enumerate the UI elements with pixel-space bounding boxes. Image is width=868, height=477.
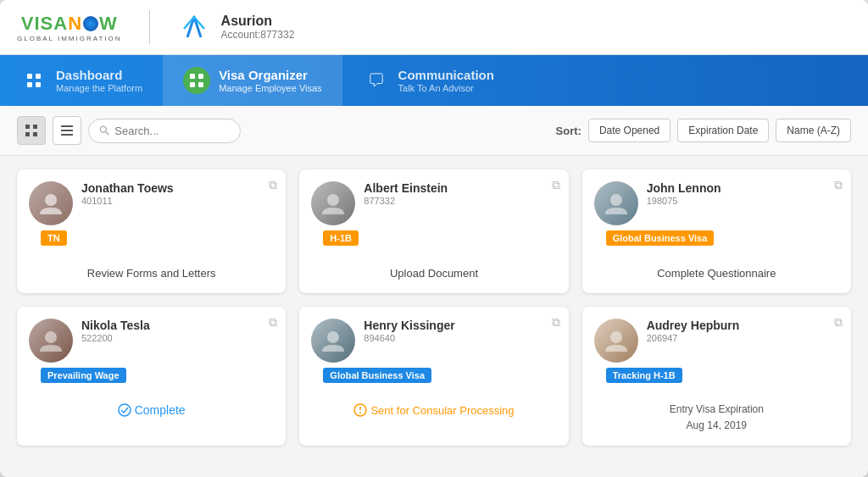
search-box (88, 119, 241, 143)
grid-view-icon (25, 124, 38, 137)
status-sent-henry-kissinger: Sent for Consular Processing (353, 403, 514, 417)
toolbar: Sort: Date Opened Expiration Date Name (… (0, 106, 868, 156)
svg-point-26 (610, 331, 622, 343)
svg-line-16 (106, 132, 109, 136)
nav-item-dashboard[interactable]: Dashboard Manage the Platform (0, 55, 163, 106)
complete-text: Complete (135, 403, 186, 417)
asurion-area: Asurion Account:877332 (177, 10, 295, 44)
dashboard-sub: Manage the Platform (56, 83, 142, 93)
logo-area: VISA N W GLOBAL IMMIGRATION Asurion Acco… (17, 10, 294, 44)
copy-icon-audrey-hepburn[interactable]: ⧉ (834, 315, 843, 330)
svg-point-17 (45, 194, 57, 206)
avatar-john-lennon (594, 181, 638, 225)
card-id-john-lennon: 198075 (647, 196, 839, 206)
card-name-jonathan-toews: Jonathan Toews (81, 181, 274, 195)
card-header-henry-kissinger: Henry Kissinger 894640 ⧉ (299, 307, 568, 363)
svg-rect-2 (27, 82, 32, 87)
svg-point-25 (359, 412, 361, 413)
visa-text: VISA (21, 13, 68, 35)
card-info-john-lennon: John Lennon 198075 (647, 181, 839, 206)
svg-rect-10 (25, 132, 30, 136)
svg-rect-6 (190, 82, 195, 87)
sent-icon (353, 403, 367, 417)
card-info-jonathan-toews: Jonathan Toews 401011 (81, 181, 274, 206)
expiry-audrey-hepburn: Entry Visa Expiration Aug 14, 2019 (670, 402, 764, 434)
card-id-jonathan-toews: 401011 (81, 196, 274, 206)
nav-bar: Dashboard Manage the Platform Visa Organ… (0, 55, 868, 106)
account-number: Account:877332 (221, 29, 295, 41)
card-info-albert-einstein: Albert Einstein 877332 (364, 181, 556, 206)
badge-albert-einstein: H-1B (323, 230, 359, 246)
card-henry-kissinger[interactable]: Henry Kissinger 894640 ⧉ Global Business… (299, 307, 568, 446)
card-name-nikola-tesla: Nikola Tesla (81, 319, 274, 332)
card-action-jonathan-toews: Review Forms and Letters (17, 256, 286, 293)
card-header-audrey-hepburn: Audrey Hepburn 206947 ⧉ (582, 307, 851, 363)
avatar-albert-einstein (311, 181, 355, 225)
card-audrey-hepburn[interactable]: Audrey Hepburn 206947 ⧉ Tracking H-1B En… (582, 307, 851, 446)
svg-rect-0 (27, 74, 32, 79)
svg-rect-13 (61, 130, 73, 131)
expiry-label: Entry Visa Expiration (670, 402, 764, 418)
card-action-henry-kissinger: Sent for Consular Processing (299, 393, 568, 430)
card-header-jonathan-toews: Jonathan Toews 401011 ⧉ (17, 169, 286, 225)
communication-label: Communication (398, 69, 494, 81)
card-name-audrey-hepburn: Audrey Hepburn (647, 319, 839, 332)
sort-label: Sort: (556, 125, 581, 137)
copy-icon-john-lennon[interactable]: ⧉ (834, 178, 843, 192)
svg-rect-9 (33, 125, 37, 129)
svg-rect-4 (190, 74, 195, 79)
status-complete-nikola-tesla: Complete (118, 403, 186, 417)
svg-rect-3 (36, 82, 41, 87)
nav-item-visa-organizer[interactable]: Visa Organizer Manage Employee Visas (163, 55, 342, 106)
card-jonathan-toews[interactable]: Jonathan Toews 401011 ⧉ TN Review Forms … (17, 169, 286, 293)
card-john-lennon[interactable]: John Lennon 198075 ⧉ Global Business Vis… (582, 169, 851, 293)
search-input[interactable] (114, 125, 230, 137)
card-id-albert-einstein: 877332 (364, 196, 556, 206)
n-text: N (68, 13, 82, 35)
cards-grid: Jonathan Toews 401011 ⧉ TN Review Forms … (0, 156, 868, 459)
card-info-henry-kissinger: Henry Kissinger 894640 (364, 319, 556, 343)
card-header-albert-einstein: Albert Einstein 877332 ⧉ (299, 169, 568, 225)
card-info-audrey-hepburn: Audrey Hepburn 206947 (647, 319, 839, 343)
card-action-nikola-tesla: Complete (17, 393, 286, 430)
card-info-nikola-tesla: Nikola Tesla 522200 (81, 319, 274, 343)
sort-name-button[interactable]: Name (A-Z) (776, 119, 851, 142)
avatar-nikola-tesla (29, 319, 73, 363)
svg-rect-8 (25, 125, 30, 129)
badge-john-lennon: Global Business Visa (606, 230, 715, 246)
header-divider (149, 10, 150, 44)
w-text: W (99, 13, 118, 35)
copy-icon-nikola-tesla[interactable]: ⧉ (269, 315, 277, 330)
copy-icon-henry-kissinger[interactable]: ⧉ (552, 315, 560, 330)
copy-icon-albert-einstein[interactable]: ⧉ (552, 178, 560, 192)
card-nikola-tesla[interactable]: Nikola Tesla 522200 ⧉ Prevailing Wage Co… (17, 307, 286, 446)
grid-view-button[interactable] (17, 116, 46, 145)
asurion-logo-icon (177, 10, 211, 44)
visa-organizer-label: Visa Organizer (219, 69, 321, 81)
svg-rect-5 (198, 74, 203, 79)
dashboard-icon (20, 67, 47, 94)
card-header-nikola-tesla: Nikola Tesla 522200 ⧉ (17, 307, 286, 363)
avatar-audrey-hepburn (594, 319, 638, 363)
nav-item-communication[interactable]: Communication Talk To An Advisor (342, 55, 515, 106)
card-name-henry-kissinger: Henry Kissinger (364, 319, 556, 332)
visa-organizer-sub: Manage Employee Visas (219, 83, 321, 93)
copy-icon-jonathan-toews[interactable]: ⧉ (269, 178, 277, 192)
svg-rect-1 (36, 74, 41, 79)
list-view-button[interactable] (53, 116, 81, 145)
card-name-albert-einstein: Albert Einstein (364, 181, 556, 195)
avatar-jonathan-toews (29, 181, 73, 225)
card-action-albert-einstein: Upload Document (299, 256, 568, 293)
globe-icon (83, 16, 98, 31)
svg-rect-14 (61, 134, 73, 136)
badge-audrey-hepburn: Tracking H-1B (606, 368, 682, 383)
sort-date-opened-button[interactable]: Date Opened (588, 119, 670, 142)
sort-expiration-date-button[interactable]: Expiration Date (677, 119, 769, 142)
communication-icon (363, 67, 390, 94)
card-action-john-lennon: Complete Questionnaire (582, 256, 851, 293)
card-albert-einstein[interactable]: Albert Einstein 877332 ⧉ H-1B Upload Doc… (299, 169, 568, 293)
complete-icon (118, 403, 131, 417)
global-immigration-text: GLOBAL IMMIGRATION (17, 35, 122, 42)
visanow-logo: VISA N W GLOBAL IMMIGRATION (17, 13, 122, 42)
card-action-audrey-hepburn: Entry Visa Expiration Aug 14, 2019 (582, 393, 851, 446)
